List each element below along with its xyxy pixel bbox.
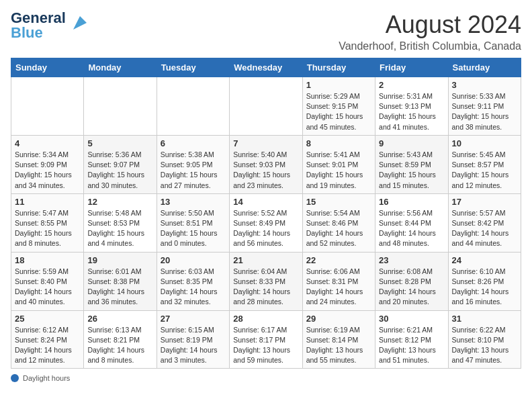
day-info: Sunrise: 6:04 AM Sunset: 8:33 PM Dayligh… (233, 267, 298, 308)
footer-daylight-label: Daylight hours (23, 374, 70, 382)
day-info: Sunrise: 6:17 AM Sunset: 8:17 PM Dayligh… (233, 325, 298, 366)
day-number: 28 (233, 314, 298, 324)
day-info: Sunrise: 5:36 AM Sunset: 9:07 PM Dayligh… (87, 150, 152, 191)
calendar-cell: 9Sunrise: 5:43 AM Sunset: 8:59 PM Daylig… (375, 135, 448, 193)
day-info: Sunrise: 5:31 AM Sunset: 9:13 PM Dayligh… (379, 91, 444, 132)
calendar-week-row: 4Sunrise: 5:34 AM Sunset: 9:09 PM Daylig… (11, 135, 521, 193)
calendar-cell: 24Sunrise: 6:10 AM Sunset: 8:26 PM Dayli… (448, 252, 521, 310)
day-number: 16 (379, 197, 444, 207)
day-number: 27 (161, 314, 226, 324)
calendar-cell: 17Sunrise: 5:57 AM Sunset: 8:42 PM Dayli… (448, 193, 521, 252)
calendar-cell: 16Sunrise: 5:56 AM Sunset: 8:44 PM Dayli… (375, 193, 448, 252)
page-header: GeneralBlue August 2024 Vanderhoof, Brit… (11, 11, 521, 52)
day-info: Sunrise: 5:45 AM Sunset: 8:57 PM Dayligh… (452, 150, 517, 191)
day-number: 12 (87, 197, 152, 207)
calendar-cell (157, 77, 229, 136)
day-info: Sunrise: 5:54 AM Sunset: 8:46 PM Dayligh… (306, 208, 371, 249)
calendar-cell: 23Sunrise: 6:08 AM Sunset: 8:28 PM Dayli… (375, 252, 448, 310)
day-number: 17 (452, 197, 517, 207)
day-number: 7 (233, 138, 298, 148)
day-info: Sunrise: 5:41 AM Sunset: 9:01 PM Dayligh… (306, 150, 371, 191)
calendar-cell: 5Sunrise: 5:36 AM Sunset: 9:07 PM Daylig… (84, 135, 157, 193)
calendar-cell: 22Sunrise: 6:06 AM Sunset: 8:31 PM Dayli… (302, 252, 375, 310)
calendar-cell: 26Sunrise: 6:13 AM Sunset: 8:21 PM Dayli… (84, 310, 157, 369)
calendar-day-header: Monday (84, 58, 157, 77)
day-info: Sunrise: 6:22 AM Sunset: 8:10 PM Dayligh… (452, 325, 517, 366)
calendar-week-row: 11Sunrise: 5:47 AM Sunset: 8:55 PM Dayli… (11, 193, 521, 252)
calendar-cell: 4Sunrise: 5:34 AM Sunset: 9:09 PM Daylig… (11, 135, 84, 193)
calendar-cell: 6Sunrise: 5:38 AM Sunset: 9:05 PM Daylig… (157, 135, 229, 193)
calendar-cell: 29Sunrise: 6:19 AM Sunset: 8:14 PM Dayli… (302, 310, 375, 369)
calendar-week-row: 25Sunrise: 6:12 AM Sunset: 8:24 PM Dayli… (11, 310, 521, 369)
calendar-cell (230, 77, 302, 136)
day-info: Sunrise: 6:21 AM Sunset: 8:12 PM Dayligh… (379, 325, 444, 366)
calendar-cell: 31Sunrise: 6:22 AM Sunset: 8:10 PM Dayli… (448, 310, 521, 369)
calendar-day-header: Tuesday (157, 58, 229, 77)
day-number: 3 (452, 80, 517, 90)
footer-dot (11, 374, 19, 382)
calendar-day-header: Thursday (302, 58, 375, 77)
title-area: August 2024 Vanderhoof, British Columbia… (339, 11, 521, 52)
day-number: 30 (379, 314, 444, 324)
calendar-cell: 19Sunrise: 6:01 AM Sunset: 8:38 PM Dayli… (84, 252, 157, 310)
calendar-day-header: Wednesday (230, 58, 302, 77)
calendar-header-row: SundayMondayTuesdayWednesdayThursdayFrid… (11, 58, 521, 77)
calendar-cell: 1Sunrise: 5:29 AM Sunset: 9:15 PM Daylig… (302, 77, 375, 136)
day-number: 31 (452, 314, 517, 324)
calendar-day-header: Friday (375, 58, 448, 77)
day-info: Sunrise: 5:38 AM Sunset: 9:05 PM Dayligh… (161, 150, 226, 191)
day-info: Sunrise: 5:50 AM Sunset: 8:51 PM Dayligh… (161, 208, 226, 249)
day-number: 4 (15, 138, 80, 148)
day-info: Sunrise: 5:48 AM Sunset: 8:53 PM Dayligh… (87, 208, 152, 249)
calendar-cell: 25Sunrise: 6:12 AM Sunset: 8:24 PM Dayli… (11, 310, 84, 369)
day-info: Sunrise: 5:43 AM Sunset: 8:59 PM Dayligh… (379, 150, 444, 191)
day-number: 14 (233, 197, 298, 207)
day-info: Sunrise: 5:40 AM Sunset: 9:03 PM Dayligh… (233, 150, 298, 191)
day-info: Sunrise: 5:56 AM Sunset: 8:44 PM Dayligh… (379, 208, 444, 249)
calendar-cell: 3Sunrise: 5:33 AM Sunset: 9:11 PM Daylig… (448, 77, 521, 136)
day-info: Sunrise: 6:06 AM Sunset: 8:31 PM Dayligh… (306, 267, 371, 308)
day-info: Sunrise: 5:33 AM Sunset: 9:11 PM Dayligh… (452, 91, 517, 132)
calendar-cell: 13Sunrise: 5:50 AM Sunset: 8:51 PM Dayli… (157, 193, 229, 252)
day-info: Sunrise: 6:08 AM Sunset: 8:28 PM Dayligh… (379, 267, 444, 308)
day-info: Sunrise: 5:52 AM Sunset: 8:49 PM Dayligh… (233, 208, 298, 249)
day-info: Sunrise: 5:34 AM Sunset: 9:09 PM Dayligh… (15, 150, 80, 191)
day-info: Sunrise: 6:01 AM Sunset: 8:38 PM Dayligh… (87, 267, 152, 308)
calendar-cell: 30Sunrise: 6:21 AM Sunset: 8:12 PM Dayli… (375, 310, 448, 369)
day-info: Sunrise: 5:47 AM Sunset: 8:55 PM Dayligh… (15, 208, 80, 249)
calendar-week-row: 1Sunrise: 5:29 AM Sunset: 9:15 PM Daylig… (11, 77, 521, 136)
calendar-cell: 11Sunrise: 5:47 AM Sunset: 8:55 PM Dayli… (11, 193, 84, 252)
calendar-cell (11, 77, 84, 136)
calendar-cell: 28Sunrise: 6:17 AM Sunset: 8:17 PM Dayli… (230, 310, 302, 369)
calendar-cell: 14Sunrise: 5:52 AM Sunset: 8:49 PM Dayli… (230, 193, 302, 252)
logo-icon (70, 13, 90, 33)
day-number: 24 (452, 255, 517, 265)
day-info: Sunrise: 6:13 AM Sunset: 8:21 PM Dayligh… (87, 325, 152, 366)
page-subtitle: Vanderhoof, British Columbia, Canada (339, 40, 521, 52)
day-number: 10 (452, 138, 517, 148)
day-info: Sunrise: 6:03 AM Sunset: 8:35 PM Dayligh… (161, 267, 226, 308)
footer: Daylight hours (11, 374, 521, 382)
day-number: 23 (379, 255, 444, 265)
page-title: August 2024 (339, 11, 521, 39)
day-number: 5 (87, 138, 152, 148)
calendar-cell: 2Sunrise: 5:31 AM Sunset: 9:13 PM Daylig… (375, 77, 448, 136)
calendar-cell: 27Sunrise: 6:15 AM Sunset: 8:19 PM Dayli… (157, 310, 229, 369)
day-number: 20 (161, 255, 226, 265)
calendar-cell: 10Sunrise: 5:45 AM Sunset: 8:57 PM Dayli… (448, 135, 521, 193)
day-info: Sunrise: 5:59 AM Sunset: 8:40 PM Dayligh… (15, 267, 80, 308)
logo: GeneralBlue (11, 11, 90, 40)
calendar-cell: 12Sunrise: 5:48 AM Sunset: 8:53 PM Dayli… (84, 193, 157, 252)
day-number: 29 (306, 314, 371, 324)
calendar-week-row: 18Sunrise: 5:59 AM Sunset: 8:40 PM Dayli… (11, 252, 521, 310)
day-number: 25 (15, 314, 80, 324)
day-number: 13 (161, 197, 226, 207)
svg-marker-0 (73, 16, 87, 30)
day-number: 8 (306, 138, 371, 148)
day-number: 21 (233, 255, 298, 265)
calendar-cell: 8Sunrise: 5:41 AM Sunset: 9:01 PM Daylig… (302, 135, 375, 193)
day-number: 2 (379, 80, 444, 90)
day-info: Sunrise: 5:57 AM Sunset: 8:42 PM Dayligh… (452, 208, 517, 249)
day-number: 18 (15, 255, 80, 265)
calendar-cell: 15Sunrise: 5:54 AM Sunset: 8:46 PM Dayli… (302, 193, 375, 252)
